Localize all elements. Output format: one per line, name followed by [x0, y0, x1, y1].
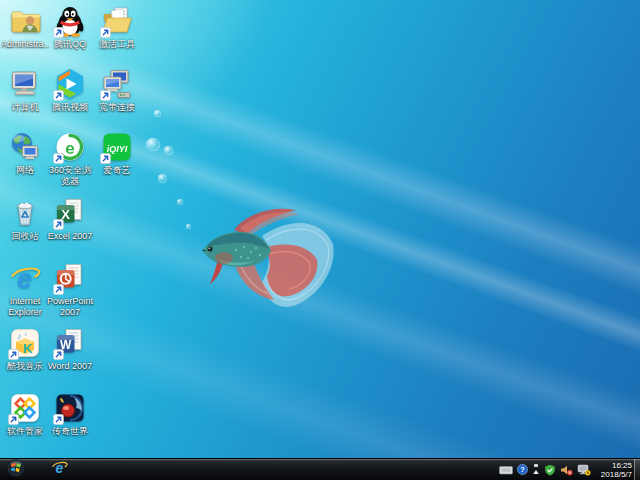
- icon-label: 腾讯QQ: [46, 39, 94, 50]
- icon-label: 360安全浏览器: [46, 165, 94, 186]
- shortcut-arrow-icon: [53, 27, 64, 38]
- icon-label: 传奇世界: [46, 426, 94, 437]
- kuwo-music-icon: K♪♪: [9, 327, 41, 359]
- shortcut-arrow-icon: [8, 414, 19, 425]
- software-manager-icon: [9, 392, 41, 424]
- desktop-icon-kuwo-music[interactable]: K♪♪酷我音乐: [2, 327, 48, 372]
- svg-text:K: K: [23, 341, 33, 356]
- help-icon[interactable]: ?: [517, 464, 528, 475]
- clock-date: 2018/5/7: [601, 470, 632, 479]
- svg-text:♪: ♪: [17, 331, 22, 341]
- icon-label: 网络: [1, 165, 49, 176]
- shortcut-arrow-icon: [100, 153, 111, 164]
- icon-label: 宽带连接: [93, 102, 141, 113]
- desktop-icon-software-manager[interactable]: 软件管家: [2, 392, 48, 437]
- shortcut-arrow-icon: [53, 349, 64, 360]
- powerpoint-2007-icon: [54, 262, 86, 294]
- desktop-icon-word-2007[interactable]: WWord 2007: [47, 327, 93, 372]
- tencent-video-icon: [54, 68, 86, 100]
- icon-label: 酷我音乐: [1, 361, 49, 372]
- network-warning-icon[interactable]: [577, 464, 591, 476]
- broadband-connection-icon: [101, 68, 133, 100]
- svg-text:iQIYI: iQIYI: [107, 144, 128, 154]
- icon-label: 激活工具: [93, 39, 141, 50]
- tencent-qq-icon: [54, 5, 86, 37]
- clock-time: 16:25: [612, 461, 632, 470]
- green-shield-icon[interactable]: [544, 464, 556, 476]
- administrator-icon: [9, 5, 41, 37]
- keyboard-icon[interactable]: [499, 465, 513, 475]
- icon-label: Internet Explorer: [1, 296, 49, 317]
- desktop-icon-computer[interactable]: 计算机: [2, 68, 48, 113]
- internet-explorer-icon: e: [9, 262, 41, 294]
- shortcut-arrow-icon: [53, 153, 64, 164]
- up-arrow-icon[interactable]: [532, 463, 540, 476]
- shortcut-arrow-icon: [100, 90, 111, 101]
- desktop-icon-powerpoint-2007[interactable]: PowerPoint 2007: [47, 262, 93, 317]
- legend-world-icon: [54, 392, 86, 424]
- shortcut-arrow-icon: [100, 27, 111, 38]
- iqiyi-icon: iQIYI: [101, 131, 133, 163]
- desktop-icon-broadband-connection[interactable]: 宽带连接: [94, 68, 140, 113]
- bubble: [146, 138, 160, 151]
- 360-safe-browser-icon: e: [54, 131, 86, 163]
- desktop-icon-network[interactable]: 网络: [2, 131, 48, 176]
- system-tray: ?: [499, 459, 591, 480]
- icon-label: Administra...: [1, 39, 49, 50]
- start-button[interactable]: [3, 460, 29, 479]
- desktop-icon-360-safe-browser[interactable]: e360安全浏览器: [47, 131, 93, 186]
- windows-orb-icon: [7, 459, 25, 480]
- icon-label: 计算机: [1, 102, 49, 113]
- icon-label: Excel 2007: [46, 231, 94, 242]
- betta-fish-image: [196, 200, 338, 312]
- bubble: [177, 199, 183, 205]
- recycle-bin-icon: [9, 197, 41, 229]
- ie-icon: e: [51, 459, 68, 480]
- shortcut-arrow-icon: [8, 349, 19, 360]
- shortcut-arrow-icon: [53, 284, 64, 295]
- icon-label: Word 2007: [46, 361, 94, 372]
- svg-text:e: e: [65, 139, 74, 158]
- svg-text:♪: ♪: [24, 330, 28, 337]
- bubble: [164, 146, 173, 155]
- shortcut-arrow-icon: [53, 414, 64, 425]
- svg-text:?: ?: [520, 465, 525, 474]
- icon-label: 爱奇艺: [93, 165, 141, 176]
- desktop-screen: Administra...腾讯QQ激活工具计算机腾讯视频宽带连接网络e360安全…: [0, 0, 640, 480]
- desktop-icon-internet-explorer[interactable]: eInternet Explorer: [2, 262, 48, 317]
- taskbar: e ? 16:25 2018/5/7: [0, 458, 640, 480]
- excel-2007-icon: X: [54, 197, 86, 229]
- taskbar-ie-button[interactable]: e: [44, 459, 74, 480]
- desktop-icon-excel-2007[interactable]: XExcel 2007: [47, 197, 93, 242]
- muted-speaker-icon[interactable]: [560, 464, 573, 476]
- icon-label: PowerPoint 2007: [46, 296, 94, 317]
- activation-tools-icon: [101, 5, 133, 37]
- desktop-icon-recycle-bin[interactable]: 回收站: [2, 197, 48, 242]
- desktop-icon-legend-world[interactable]: 传奇世界: [47, 392, 93, 437]
- desktop-icon-iqiyi[interactable]: iQIYI爱奇艺: [94, 131, 140, 176]
- network-icon: [9, 131, 41, 163]
- desktop-icon-tencent-qq[interactable]: 腾讯QQ: [47, 5, 93, 50]
- shortcut-arrow-icon: [53, 219, 64, 230]
- word-2007-icon: W: [54, 327, 86, 359]
- icon-label: 回收站: [1, 231, 49, 242]
- icon-label: 腾讯视频: [46, 102, 94, 113]
- desktop-icon-activation-tools[interactable]: 激活工具: [94, 5, 140, 50]
- desktop-icon-administrator[interactable]: Administra...: [2, 5, 48, 50]
- icon-label: 软件管家: [1, 426, 49, 437]
- bubble: [186, 224, 191, 229]
- shortcut-arrow-icon: [53, 90, 64, 101]
- bubble: [158, 174, 167, 183]
- computer-icon: [9, 68, 41, 100]
- desktop-icon-tencent-video[interactable]: 腾讯视频: [47, 68, 93, 113]
- bubble: [154, 110, 161, 117]
- show-desktop-button[interactable]: [634, 459, 640, 480]
- taskbar-clock[interactable]: 16:25 2018/5/7: [601, 459, 632, 480]
